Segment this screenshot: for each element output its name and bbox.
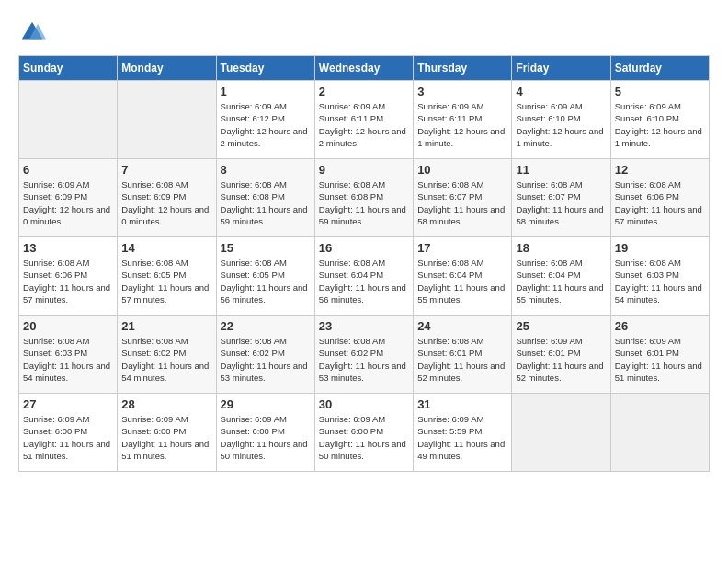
calendar-cell: 4Sunrise: 6:09 AMSunset: 6:10 PMDaylight… <box>512 81 610 159</box>
calendar-cell: 27Sunrise: 6:09 AMSunset: 6:00 PMDayligh… <box>19 394 118 472</box>
weekday-header-thursday: Thursday <box>414 56 512 81</box>
day-info: Sunrise: 6:08 AMSunset: 6:02 PMDaylight:… <box>319 335 409 384</box>
day-info: Sunrise: 6:08 AMSunset: 6:05 PMDaylight:… <box>221 257 311 305</box>
day-info: Sunrise: 6:09 AMSunset: 6:01 PMDaylight:… <box>516 335 606 384</box>
day-number: 23 <box>319 319 409 333</box>
calendar-cell: 22Sunrise: 6:08 AMSunset: 6:02 PMDayligh… <box>216 316 314 394</box>
page-header <box>18 18 710 46</box>
day-info: Sunrise: 6:08 AMSunset: 6:03 PMDaylight:… <box>615 257 705 305</box>
day-number: 25 <box>516 319 606 333</box>
day-number: 3 <box>417 85 507 98</box>
day-info: Sunrise: 6:08 AMSunset: 6:01 PMDaylight:… <box>417 335 507 384</box>
day-number: 10 <box>417 163 507 177</box>
calendar-cell: 7Sunrise: 6:08 AMSunset: 6:09 PMDaylight… <box>118 159 216 237</box>
day-info: Sunrise: 6:09 AMSunset: 6:10 PMDaylight:… <box>615 100 705 149</box>
calendar-header-row: SundayMondayTuesdayWednesdayThursdayFrid… <box>19 56 710 81</box>
weekday-header-monday: Monday <box>118 56 216 81</box>
weekday-header-tuesday: Tuesday <box>216 56 314 81</box>
day-info: Sunrise: 6:09 AMSunset: 6:00 PMDaylight:… <box>221 413 311 462</box>
day-info: Sunrise: 6:08 AMSunset: 6:05 PMDaylight:… <box>121 257 211 305</box>
day-info: Sunrise: 6:08 AMSunset: 6:04 PMDaylight:… <box>319 257 409 305</box>
day-info: Sunrise: 6:08 AMSunset: 6:08 PMDaylight:… <box>221 178 311 227</box>
day-info: Sunrise: 6:08 AMSunset: 6:08 PMDaylight:… <box>319 178 409 227</box>
calendar-cell: 9Sunrise: 6:08 AMSunset: 6:08 PMDaylight… <box>314 159 413 237</box>
day-number: 17 <box>417 241 507 255</box>
day-number: 8 <box>221 163 311 177</box>
day-number: 22 <box>221 319 311 333</box>
day-number: 31 <box>417 397 507 411</box>
calendar-cell: 23Sunrise: 6:08 AMSunset: 6:02 PMDayligh… <box>314 316 413 394</box>
day-info: Sunrise: 6:09 AMSunset: 6:00 PMDaylight:… <box>319 413 409 462</box>
day-number: 5 <box>615 85 705 98</box>
calendar-week-row: 27Sunrise: 6:09 AMSunset: 6:00 PMDayligh… <box>19 394 710 472</box>
day-number: 28 <box>121 397 211 411</box>
day-number: 30 <box>319 397 409 411</box>
day-info: Sunrise: 6:09 AMSunset: 6:12 PMDaylight:… <box>221 100 311 149</box>
day-info: Sunrise: 6:08 AMSunset: 6:06 PMDaylight:… <box>615 178 705 227</box>
calendar-cell: 12Sunrise: 6:08 AMSunset: 6:06 PMDayligh… <box>610 159 709 237</box>
day-number: 14 <box>121 241 211 255</box>
day-info: Sunrise: 6:08 AMSunset: 6:04 PMDaylight:… <box>417 257 507 305</box>
calendar-cell <box>19 81 118 159</box>
day-info: Sunrise: 6:08 AMSunset: 6:09 PMDaylight:… <box>121 178 211 227</box>
calendar-cell: 2Sunrise: 6:09 AMSunset: 6:11 PMDaylight… <box>314 81 413 159</box>
calendar-cell: 25Sunrise: 6:09 AMSunset: 6:01 PMDayligh… <box>512 316 610 394</box>
day-number: 6 <box>23 163 113 177</box>
day-number: 16 <box>319 241 409 255</box>
calendar-cell: 29Sunrise: 6:09 AMSunset: 6:00 PMDayligh… <box>216 394 314 472</box>
calendar-cell: 6Sunrise: 6:09 AMSunset: 6:09 PMDaylight… <box>19 159 118 237</box>
calendar-cell: 11Sunrise: 6:08 AMSunset: 6:07 PMDayligh… <box>512 159 610 237</box>
calendar-week-row: 6Sunrise: 6:09 AMSunset: 6:09 PMDaylight… <box>19 159 710 237</box>
day-number: 15 <box>221 241 311 255</box>
day-info: Sunrise: 6:09 AMSunset: 6:00 PMDaylight:… <box>121 413 211 462</box>
day-number: 18 <box>516 241 606 255</box>
day-number: 29 <box>221 397 311 411</box>
logo-icon <box>18 18 46 46</box>
day-info: Sunrise: 6:08 AMSunset: 6:03 PMDaylight:… <box>23 335 113 384</box>
calendar-cell <box>512 394 610 472</box>
calendar-cell: 18Sunrise: 6:08 AMSunset: 6:04 PMDayligh… <box>512 237 610 316</box>
calendar-cell <box>118 81 216 159</box>
day-number: 9 <box>319 163 409 177</box>
calendar-cell: 17Sunrise: 6:08 AMSunset: 6:04 PMDayligh… <box>414 237 512 316</box>
calendar-cell: 5Sunrise: 6:09 AMSunset: 6:10 PMDaylight… <box>610 81 709 159</box>
calendar-cell: 1Sunrise: 6:09 AMSunset: 6:12 PMDaylight… <box>216 81 314 159</box>
day-info: Sunrise: 6:09 AMSunset: 6:11 PMDaylight:… <box>319 100 409 149</box>
day-info: Sunrise: 6:08 AMSunset: 6:04 PMDaylight:… <box>516 257 606 305</box>
day-info: Sunrise: 6:08 AMSunset: 6:07 PMDaylight:… <box>516 178 606 227</box>
calendar-cell: 28Sunrise: 6:09 AMSunset: 6:00 PMDayligh… <box>118 394 216 472</box>
weekday-header-saturday: Saturday <box>610 56 709 81</box>
calendar-cell: 30Sunrise: 6:09 AMSunset: 6:00 PMDayligh… <box>314 394 413 472</box>
calendar-cell: 14Sunrise: 6:08 AMSunset: 6:05 PMDayligh… <box>118 237 216 316</box>
day-number: 26 <box>615 319 705 333</box>
day-number: 27 <box>23 397 113 411</box>
day-number: 20 <box>23 319 113 333</box>
day-info: Sunrise: 6:08 AMSunset: 6:06 PMDaylight:… <box>23 257 113 305</box>
calendar-cell: 10Sunrise: 6:08 AMSunset: 6:07 PMDayligh… <box>414 159 512 237</box>
day-info: Sunrise: 6:09 AMSunset: 6:01 PMDaylight:… <box>615 335 705 384</box>
day-number: 12 <box>615 163 705 177</box>
day-info: Sunrise: 6:09 AMSunset: 6:11 PMDaylight:… <box>417 100 507 149</box>
calendar-cell: 24Sunrise: 6:08 AMSunset: 6:01 PMDayligh… <box>414 316 512 394</box>
calendar-cell: 21Sunrise: 6:08 AMSunset: 6:02 PMDayligh… <box>118 316 216 394</box>
calendar-cell: 15Sunrise: 6:08 AMSunset: 6:05 PMDayligh… <box>216 237 314 316</box>
calendar-cell: 16Sunrise: 6:08 AMSunset: 6:04 PMDayligh… <box>314 237 413 316</box>
day-number: 2 <box>319 85 409 98</box>
day-info: Sunrise: 6:09 AMSunset: 6:00 PMDaylight:… <box>23 413 113 462</box>
day-number: 1 <box>221 85 311 98</box>
day-number: 4 <box>516 85 606 98</box>
day-number: 24 <box>417 319 507 333</box>
day-info: Sunrise: 6:09 AMSunset: 6:10 PMDaylight:… <box>516 100 606 149</box>
day-number: 11 <box>516 163 606 177</box>
day-number: 13 <box>23 241 113 255</box>
calendar-cell: 13Sunrise: 6:08 AMSunset: 6:06 PMDayligh… <box>19 237 118 316</box>
day-number: 7 <box>121 163 211 177</box>
weekday-header-sunday: Sunday <box>19 56 118 81</box>
weekday-header-friday: Friday <box>512 56 610 81</box>
day-number: 21 <box>121 319 211 333</box>
day-info: Sunrise: 6:08 AMSunset: 6:02 PMDaylight:… <box>221 335 311 384</box>
calendar-cell: 20Sunrise: 6:08 AMSunset: 6:03 PMDayligh… <box>19 316 118 394</box>
weekday-header-wednesday: Wednesday <box>314 56 413 81</box>
day-info: Sunrise: 6:09 AMSunset: 5:59 PMDaylight:… <box>417 413 507 462</box>
calendar-week-row: 13Sunrise: 6:08 AMSunset: 6:06 PMDayligh… <box>19 237 710 316</box>
